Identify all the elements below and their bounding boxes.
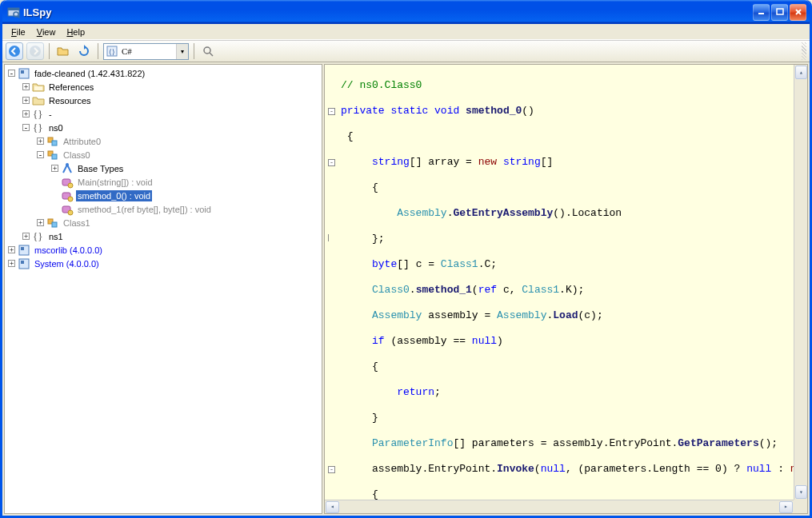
namespace-icon: {} — [32, 108, 45, 121]
svg-point-29 — [68, 210, 73, 215]
basetypes-icon — [61, 162, 74, 175]
search-button[interactable] — [199, 42, 217, 60]
app-icon — [7, 6, 20, 18]
svg-point-23 — [66, 163, 69, 166]
tree-node-smethod1[interactable]: smethod_1(ref byte[], byte[]) : void — [5, 202, 322, 216]
svg-point-27 — [68, 197, 73, 201]
svg-rect-34 — [21, 247, 24, 250]
svg-point-9 — [30, 46, 41, 57]
tree-node-class1[interactable]: +Class1 — [5, 216, 322, 229]
svg-text:{}: {} — [33, 122, 42, 133]
code-area[interactable]: // ns0.Class0 -private static void smeth… — [324, 64, 808, 514]
separator — [98, 43, 98, 59]
class-icon — [46, 217, 59, 229]
toolbar: ⟨⟩ ▾ — [2, 40, 810, 62]
svg-line-13 — [210, 53, 213, 56]
toolbar-grip — [802, 42, 806, 60]
svg-rect-31 — [52, 222, 57, 227]
tree-node-system[interactable]: +System (4.0.0.0) — [5, 257, 322, 270]
svg-point-8 — [9, 46, 20, 57]
svg-point-12 — [204, 47, 210, 54]
tree-node-assembly[interactable]: -fade-cleaned (1.42.431.822) — [5, 66, 322, 80]
method-icon — [61, 203, 74, 216]
window-title: ILSpy — [23, 6, 753, 18]
dropdown-arrow-icon[interactable]: ▾ — [176, 44, 188, 59]
tree-node-attribute0[interactable]: +Attribute0 — [5, 134, 322, 148]
scroll-up-icon[interactable]: ▴ — [795, 66, 807, 79]
assembly-icon — [18, 67, 30, 80]
content-area: -fade-cleaned (1.42.431.822) +References… — [2, 62, 810, 516]
tree-node-main[interactable]: Main(string[]) : void — [5, 175, 322, 189]
namespace-icon: {} — [32, 230, 45, 243]
class-icon — [46, 149, 59, 161]
scroll-left-icon[interactable]: ◂ — [326, 501, 339, 513]
tree-node-mscorlib[interactable]: +mscorlib (4.0.0.0) — [5, 243, 322, 257]
menubar: File View Help — [2, 24, 810, 40]
method-icon — [61, 176, 74, 189]
scroll-right-icon[interactable]: ▸ — [779, 501, 793, 513]
menu-file[interactable]: File — [6, 26, 31, 38]
code-pane: // ns0.Class0 -private static void smeth… — [324, 64, 808, 514]
svg-rect-16 — [34, 86, 42, 90]
assembly-icon — [18, 244, 30, 257]
svg-rect-15 — [21, 70, 24, 74]
svg-rect-5 — [777, 9, 783, 14]
separator — [49, 43, 50, 59]
app-window: ILSpy File View Help ⟨⟩ — [0, 0, 812, 518]
open-button[interactable] — [54, 42, 72, 60]
tree-node-class0[interactable]: -Class0 — [5, 148, 322, 161]
tree-node-references[interactable]: +References — [5, 80, 322, 94]
refresh-button[interactable] — [75, 42, 93, 60]
close-button[interactable] — [790, 4, 806, 21]
vertical-scrollbar[interactable]: ▴ ▾ — [794, 65, 807, 500]
back-button[interactable] — [6, 42, 23, 60]
svg-text:{}: {} — [33, 230, 42, 242]
horizontal-scrollbar[interactable]: ◂ ▸ — [325, 500, 794, 513]
menu-view[interactable]: View — [31, 26, 62, 38]
language-input[interactable] — [120, 46, 176, 57]
class-icon — [46, 135, 59, 148]
scroll-corner — [794, 500, 807, 513]
namespace-icon: {} — [32, 122, 45, 134]
method-icon — [61, 189, 74, 202]
tree-node-basetypes[interactable]: +Base Types — [5, 161, 322, 175]
svg-rect-1 — [8, 8, 19, 10]
assembly-icon — [18, 257, 30, 270]
folder-icon — [32, 81, 45, 94]
minimize-button[interactable] — [753, 4, 770, 21]
svg-rect-36 — [21, 261, 24, 264]
tree-node-dash[interactable]: +{}- — [5, 107, 322, 121]
separator — [194, 43, 194, 59]
menu-help[interactable]: Help — [61, 26, 90, 38]
language-combo[interactable]: ⟨⟩ ▾ — [103, 43, 189, 60]
svg-rect-22 — [52, 154, 57, 159]
svg-text:⟨⟩: ⟨⟩ — [109, 48, 115, 56]
svg-rect-20 — [52, 141, 57, 145]
tree-node-smethod0[interactable]: smethod_0() : void — [5, 189, 322, 202]
svg-point-25 — [68, 183, 73, 188]
tree-node-resources[interactable]: +Resources — [5, 94, 322, 107]
titlebar[interactable]: ILSpy — [2, 0, 810, 24]
forward-button[interactable] — [26, 42, 44, 60]
tree-node-ns0[interactable]: -{}ns0 — [5, 121, 322, 134]
language-icon: ⟨⟩ — [104, 45, 120, 58]
maximize-button[interactable] — [771, 4, 788, 21]
tree-pane[interactable]: -fade-cleaned (1.42.431.822) +References… — [4, 64, 322, 514]
tree-node-ns1[interactable]: +{}ns1 — [5, 229, 322, 243]
svg-text:{}: {} — [33, 108, 42, 120]
scroll-down-icon[interactable]: ▾ — [795, 485, 807, 499]
folder-icon — [32, 94, 45, 107]
